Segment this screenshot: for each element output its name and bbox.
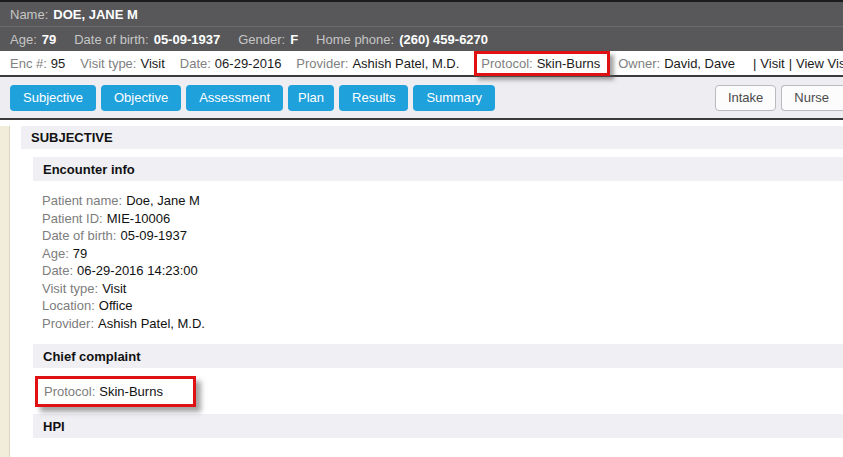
view-visit-link[interactable]: View Visit: [796, 56, 843, 71]
enc-number-label: Enc #:: [10, 56, 47, 71]
enc-number-value: 95: [51, 56, 65, 71]
nurse-button[interactable]: Nurse: [781, 85, 843, 111]
detail-line-provider: Provider:Ashish Patel, M.D.: [42, 315, 843, 333]
detail-label: Date:: [42, 263, 73, 278]
tab-objective[interactable]: Objective: [101, 85, 181, 111]
detail-line-visit-type: Visit type:Visit: [42, 280, 843, 298]
encounter-info-title: Encounter info: [43, 162, 135, 177]
enc-date-value: 06-29-2016: [215, 56, 282, 71]
protocol-label: Protocol:: [481, 56, 532, 71]
enc-date-label: Date:: [180, 56, 211, 71]
detail-line-age: Age:79: [42, 245, 843, 263]
protocol-highlight-box: Protocol: Skin-Burns: [474, 51, 610, 76]
chief-complaint-title: Chief complaint: [43, 349, 141, 364]
detail-value: Office: [99, 298, 133, 313]
home-phone-value: (260) 459-6270: [399, 32, 488, 47]
detail-value: 05-09-1937: [120, 228, 187, 243]
age-value: 79: [42, 32, 56, 47]
detail-label: Visit type:: [42, 281, 98, 296]
visit-links: |Visit|View Visit|: [749, 56, 843, 71]
encounter-summary-row: Enc #: 95 Visit type: Visit Date: 06-29-…: [0, 51, 843, 75]
detail-value: Visit: [102, 281, 126, 296]
age-label: Age:: [10, 32, 37, 47]
gender-field: Gender: F: [238, 32, 298, 47]
dob-field: Date of birth: 05-09-1937: [74, 32, 220, 47]
patient-demographics-bar: Age: 79 Date of birth: 05-09-1937 Gender…: [0, 27, 843, 51]
provider-value: Ashish Patel, M.D.: [352, 56, 459, 71]
cc-protocol-value: Skin-Burns: [99, 384, 163, 399]
detail-line-date: Date:06-29-2016 14:23:00: [42, 262, 843, 280]
detail-line-dob: Date of birth:05-09-1937: [42, 227, 843, 245]
protocol-highlight-box-2: Protocol: Skin-Burns: [35, 376, 196, 407]
detail-value: Ashish Patel, M.D.: [98, 316, 205, 331]
patient-name-value: DOE, JANE M: [53, 7, 138, 22]
detail-line-patient-id: Patient ID:MIE-10006: [42, 210, 843, 228]
patient-name-label: Name:: [10, 7, 48, 22]
detail-line-location: Location:Office: [42, 297, 843, 315]
links-pipe: |: [789, 56, 792, 71]
patient-name-bar: Name: DOE, JANE M: [0, 2, 843, 27]
provider-field: Provider: Ashish Patel, M.D.: [296, 56, 459, 71]
encounter-info-header: Encounter info: [33, 157, 843, 181]
left-margin-strip: [0, 126, 10, 457]
provider-label: Provider:: [296, 56, 348, 71]
chief-complaint-header: Chief complaint: [33, 344, 843, 368]
encounter-info-details: Patient name:Doe, Jane M Patient ID:MIE-…: [33, 181, 843, 332]
owner-field: Owner: David, Dave: [618, 56, 735, 71]
hpi-title: HPI: [43, 419, 65, 434]
subjective-section-body: Encounter info Patient name:Doe, Jane M …: [33, 157, 843, 438]
detail-value: 06-29-2016 14:23:00: [77, 263, 198, 278]
visit-type-field: Visit type: Visit: [80, 56, 164, 71]
owner-value: David, Dave: [664, 56, 735, 71]
tab-summary[interactable]: Summary: [413, 85, 495, 111]
cc-protocol-label: Protocol:: [44, 384, 95, 399]
visit-link[interactable]: Visit: [760, 56, 784, 71]
dob-value: 05-09-1937: [154, 32, 221, 47]
subjective-section-header: SUBJECTIVE: [21, 126, 843, 149]
age-field: Age: 79: [10, 32, 56, 47]
chief-complaint-body: Protocol: Skin-Burns: [35, 376, 843, 407]
tab-subjective[interactable]: Subjective: [10, 85, 96, 111]
detail-label: Patient name:: [42, 193, 122, 208]
ehr-encounter-screen: Name: DOE, JANE M Age: 79 Date of birth:…: [0, 0, 843, 457]
note-tabs-row: Subjective Objective Assessment Plan Res…: [0, 77, 843, 118]
note-content: SUBJECTIVE Encounter info Patient name:D…: [0, 126, 843, 457]
owner-label: Owner:: [618, 56, 660, 71]
gender-label: Gender:: [238, 32, 285, 47]
tab-plan[interactable]: Plan: [288, 85, 334, 111]
home-phone-label: Home phone:: [316, 32, 394, 47]
protocol-value: Skin-Burns: [537, 56, 601, 71]
enc-number-field: Enc #: 95: [10, 56, 65, 71]
detail-value: MIE-10006: [107, 211, 171, 226]
detail-label: Provider:: [42, 316, 94, 331]
visit-type-label: Visit type:: [80, 56, 136, 71]
detail-label: Age:: [42, 246, 69, 261]
detail-value: Doe, Jane M: [126, 193, 200, 208]
links-pipe: |: [753, 56, 756, 71]
detail-label: Location:: [42, 298, 95, 313]
visit-type-value: Visit: [140, 56, 164, 71]
detail-label: Date of birth:: [42, 228, 116, 243]
dob-label: Date of birth:: [74, 32, 148, 47]
tabs-row-divider: [0, 118, 843, 120]
gender-value: F: [290, 32, 298, 47]
detail-label: Patient ID:: [42, 211, 103, 226]
tab-results[interactable]: Results: [339, 85, 408, 111]
detail-value: 79: [73, 246, 87, 261]
intake-button[interactable]: Intake: [715, 85, 776, 111]
enc-date-field: Date: 06-29-2016: [180, 56, 282, 71]
hpi-header: HPI: [33, 414, 843, 438]
patient-name-field: Name: DOE, JANE M: [10, 7, 138, 22]
subjective-section-title: SUBJECTIVE: [31, 130, 113, 145]
home-phone-field: Home phone: (260) 459-6270: [316, 32, 488, 47]
detail-line-patient-name: Patient name:Doe, Jane M: [42, 192, 843, 210]
tab-assessment[interactable]: Assessment: [186, 85, 283, 111]
